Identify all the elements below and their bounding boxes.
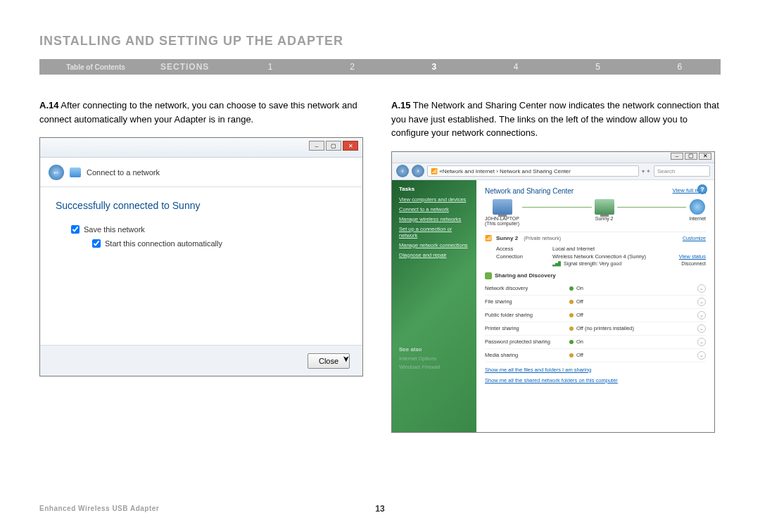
see-also-heading: See also xyxy=(399,346,469,353)
see-also-link[interactable]: Windows Firewall xyxy=(399,364,469,370)
product-name: Enhanced Wireless USB Adapter xyxy=(39,505,159,512)
show-folders-link[interactable]: Show me all the shared network folders o… xyxy=(485,377,706,384)
view-status-link[interactable]: View status xyxy=(679,253,706,260)
right-column: A.15 The Network and Sharing Center now … xyxy=(391,99,721,433)
signal-icon xyxy=(552,261,561,267)
section-nav: Table of Contents SECTIONS 1 2 3 4 5 6 xyxy=(39,59,721,75)
task-link[interactable]: Manage network connections xyxy=(399,242,469,248)
toc-link[interactable]: Table of Contents xyxy=(39,63,152,71)
breadcrumb[interactable]: 📶 « Network and Internet › Network and S… xyxy=(427,165,639,177)
sharing-row: Media sharingOff⌄ xyxy=(485,349,706,362)
left-column: A.14 After connecting to the network, yo… xyxy=(39,99,369,433)
chevron-down-icon[interactable]: ⌄ xyxy=(697,351,706,360)
page-title: INSTALLING AND SETTING UP THE ADAPTER xyxy=(39,34,343,49)
dialog-footer: Close xyxy=(40,345,362,376)
task-link[interactable]: Diagnose and repair xyxy=(399,252,469,258)
sections-label: SECTIONS xyxy=(152,62,229,72)
sharing-content: View full map Network and Sharing Center… xyxy=(476,180,714,432)
task-link[interactable]: Manage wireless networks xyxy=(399,216,469,222)
customize-link[interactable]: Customize xyxy=(683,236,706,241)
status-dot-icon xyxy=(569,300,574,304)
content-area: A.14 After connecting to the network, yo… xyxy=(39,99,721,433)
step-a14: A.14 After connecting to the network, yo… xyxy=(39,99,369,126)
page-number: 13 xyxy=(375,504,384,514)
network-row: 📶 Sunny 2(Private network) Customize xyxy=(485,232,706,244)
status-dot-icon xyxy=(569,327,574,331)
chevron-down-icon[interactable]: ⌄ xyxy=(697,311,706,319)
sharing-row: Network discoveryOn⌄ xyxy=(485,282,706,296)
dialog-body: Successfully connected to Sunny Save thi… xyxy=(40,187,362,345)
search-input[interactable]: Search xyxy=(654,165,710,177)
tasks-heading: Tasks xyxy=(399,186,469,192)
status-dot-icon xyxy=(569,340,574,344)
disconnect-link[interactable]: Disconnect xyxy=(681,261,706,266)
sharing-row: Public folder sharingOff⌄ xyxy=(485,309,706,322)
status-dot-icon xyxy=(569,313,574,317)
close-icon[interactable]: ✕ xyxy=(343,141,358,151)
router-icon xyxy=(595,199,614,215)
nav-section-6[interactable]: 6 xyxy=(639,62,721,72)
sharing-row: Printer sharingOff (no printers installe… xyxy=(485,322,706,336)
sharing-heading: Sharing and Discovery xyxy=(485,272,706,279)
nav-section-3[interactable]: 3 xyxy=(393,62,475,72)
sharing-row: Password protected sharingOn⌄ xyxy=(485,336,706,349)
maximize-icon[interactable]: ▢ xyxy=(685,153,697,160)
chevron-down-icon[interactable]: ⌄ xyxy=(697,284,706,293)
task-link[interactable]: Connect to a network xyxy=(399,206,469,213)
nav-section-1[interactable]: 1 xyxy=(229,62,311,72)
help-icon[interactable]: ? xyxy=(697,184,707,194)
task-link[interactable]: View computers and devices xyxy=(399,196,469,203)
auto-connect-checkbox[interactable]: Start this connection automatically xyxy=(92,239,347,248)
network-icon xyxy=(70,167,81,177)
computer-icon xyxy=(493,199,512,215)
forward-icon[interactable]: › xyxy=(412,165,424,177)
dialog-header: ← Connect to a network xyxy=(40,158,362,187)
save-network-checkbox[interactable]: Save this network xyxy=(71,225,347,234)
status-dot-icon xyxy=(569,286,574,291)
chevron-down-icon[interactable]: ⌄ xyxy=(697,338,706,346)
dialog-header-text: Connect to a network xyxy=(87,168,160,177)
globe-icon xyxy=(690,199,705,215)
task-sidebar: Tasks View computers and devices Connect… xyxy=(392,180,476,432)
page-footer: Enhanced Wireless USB Adapter 13 xyxy=(39,505,721,512)
nav-section-5[interactable]: 5 xyxy=(557,62,638,72)
sharing-row: File sharingOff⌄ xyxy=(485,296,706,309)
show-files-link[interactable]: Show me all the files and folders I am s… xyxy=(485,367,706,373)
screenshot-connect-dialog: – ▢ ✕ ← Connect to a network Successfull… xyxy=(39,137,363,376)
chevron-down-icon[interactable]: ⌄ xyxy=(697,298,706,306)
minimize-icon[interactable]: – xyxy=(671,153,683,160)
cursor-icon xyxy=(343,352,351,363)
address-bar: ‹ › 📶 « Network and Internet › Network a… xyxy=(392,163,714,180)
task-link[interactable]: Set up a connection or network xyxy=(399,226,469,239)
nav-section-2[interactable]: 2 xyxy=(311,62,393,72)
network-diagram: JOHN-LAPTOP(This computer) Sunny 2 Inter… xyxy=(485,199,706,226)
minimize-icon[interactable]: – xyxy=(309,141,324,151)
nav-section-4[interactable]: 4 xyxy=(475,62,557,72)
window-titlebar: – ▢ ✕ xyxy=(392,152,714,163)
dialog-titlebar: – ▢ ✕ xyxy=(40,138,362,158)
maximize-icon[interactable]: ▢ xyxy=(326,141,341,151)
step-a15: A.15 The Network and Sharing Center now … xyxy=(391,99,721,140)
close-icon[interactable]: ✕ xyxy=(699,153,711,160)
screenshot-sharing-center: – ▢ ✕ ‹ › 📶 « Network and Internet › Net… xyxy=(391,151,715,433)
back-icon[interactable]: ‹ xyxy=(396,165,409,177)
chevron-down-icon[interactable]: ⌄ xyxy=(697,324,706,333)
see-also-link[interactable]: Internet Options xyxy=(399,355,469,362)
back-icon[interactable]: ← xyxy=(49,165,64,180)
status-dot-icon xyxy=(569,353,574,357)
success-message: Successfully connected to Sunny xyxy=(56,200,347,211)
